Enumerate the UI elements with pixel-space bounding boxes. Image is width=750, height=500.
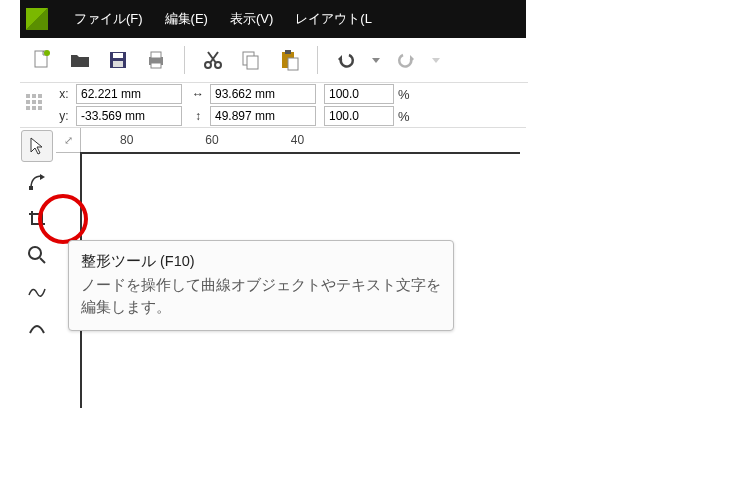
menu-layout[interactable]: レイアウト(L <box>295 10 372 28</box>
svg-rect-4 <box>113 61 123 67</box>
ruler-tick: 40 <box>291 133 304 147</box>
redo-button[interactable] <box>392 46 420 74</box>
svg-rect-15 <box>29 186 33 190</box>
redo-dropdown[interactable] <box>430 46 442 74</box>
toolbox <box>20 128 54 342</box>
new-button[interactable] <box>28 46 56 74</box>
ruler-tick: 60 <box>205 133 218 147</box>
tooltip-body: ノードを操作して曲線オブジェクトやテキスト文字を編集します。 <box>81 275 441 319</box>
undo-button[interactable] <box>332 46 360 74</box>
pick-tool[interactable] <box>21 130 53 162</box>
menu-view[interactable]: 表示(V) <box>230 10 273 28</box>
cut-button[interactable] <box>199 46 227 74</box>
svg-point-1 <box>44 50 50 56</box>
save-button[interactable] <box>104 46 132 74</box>
svg-point-16 <box>29 247 41 259</box>
undo-dropdown[interactable] <box>370 46 382 74</box>
menu-edit[interactable]: 編集(E) <box>165 10 208 28</box>
svg-rect-11 <box>247 56 258 69</box>
x-input[interactable] <box>76 84 182 104</box>
height-icon: ↕ <box>190 109 206 123</box>
ruler-tick: 80 <box>120 133 133 147</box>
freehand-tool[interactable] <box>22 276 52 306</box>
anchor-grid-icon[interactable] <box>26 94 48 116</box>
svg-line-17 <box>40 258 45 263</box>
app-logo-icon <box>26 8 48 30</box>
ruler-corner[interactable]: ⤢ <box>56 128 81 153</box>
svg-rect-6 <box>151 52 161 58</box>
y-input[interactable] <box>76 106 182 126</box>
x-label: x: <box>56 87 72 101</box>
print-button[interactable] <box>142 46 170 74</box>
height-input[interactable] <box>210 106 316 126</box>
ruler-horizontal[interactable]: 80 60 40 <box>80 128 520 153</box>
scale-y-input[interactable] <box>324 106 394 126</box>
separator <box>317 46 318 74</box>
menubar: ファイル(F) 編集(E) 表示(V) レイアウト(L <box>20 0 526 38</box>
workarea: ⤢ 80 60 40 整形ツール (F10) ノードを操作して曲線オブジェクトや… <box>20 128 520 408</box>
width-input[interactable] <box>210 84 316 104</box>
svg-rect-3 <box>113 53 123 58</box>
crop-tool[interactable] <box>22 204 52 234</box>
zoom-tool[interactable] <box>22 240 52 270</box>
copy-button[interactable] <box>237 46 265 74</box>
svg-rect-7 <box>151 63 161 68</box>
paste-button[interactable] <box>275 46 303 74</box>
artistic-media-tool[interactable] <box>22 312 52 342</box>
tooltip: 整形ツール (F10) ノードを操作して曲線オブジェクトやテキスト文字を編集しま… <box>68 240 454 331</box>
scale-x-input[interactable] <box>324 84 394 104</box>
svg-rect-14 <box>288 58 298 70</box>
y-label: y: <box>56 109 72 123</box>
open-button[interactable] <box>66 46 94 74</box>
tooltip-title: 整形ツール (F10) <box>81 251 441 273</box>
shape-tool[interactable] <box>22 168 52 198</box>
separator <box>184 46 185 74</box>
width-icon: ↔ <box>190 87 206 101</box>
svg-rect-13 <box>285 50 291 54</box>
percent-label: % <box>398 109 410 124</box>
percent-label: % <box>398 87 410 102</box>
property-bar: x: y: ↔ ↕ % % <box>20 83 526 128</box>
standard-toolbar <box>20 38 528 83</box>
menu-file[interactable]: ファイル(F) <box>74 10 143 28</box>
